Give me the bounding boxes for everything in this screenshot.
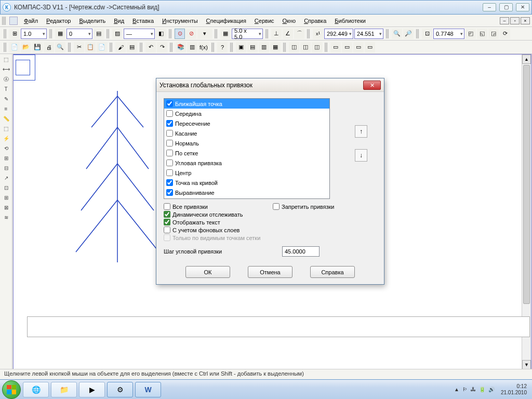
menu-Справка[interactable]: Справка [300, 17, 330, 25]
snap-item[interactable]: Ближайшая точка [164, 99, 329, 109]
snap-item[interactable]: По сетке [164, 148, 329, 158]
t2-e[interactable]: ◫ [289, 42, 299, 52]
coord-x-icon[interactable]: x¹ [313, 29, 323, 39]
move-up-button[interactable]: ↑ [355, 125, 367, 138]
new-icon[interactable]: 📄 [9, 42, 20, 52]
lib-icon[interactable]: 📚 [176, 42, 186, 52]
menu-Вставка[interactable]: Вставка [128, 17, 158, 25]
snap-item[interactable]: Точка на кривой [164, 178, 329, 188]
menu-Инструменты[interactable]: Инструменты [158, 17, 202, 25]
snap-item[interactable]: Угловая привязка [164, 158, 329, 168]
tool-z4[interactable]: ⟳ [500, 29, 510, 39]
snap-item[interactable]: Касание [164, 128, 329, 138]
t2-d[interactable]: ▦ [270, 42, 281, 52]
edit-icon[interactable]: ✎ [1, 95, 11, 104]
zoom-combo[interactable]: 0.7748 [433, 29, 464, 39]
layer-combo[interactable]: 0 [66, 29, 92, 39]
scroll-down-icon[interactable]: ▼ [522, 360, 531, 369]
t2-a[interactable]: ▣ [236, 42, 246, 52]
mdi-minimize[interactable]: – [500, 17, 509, 24]
scroll-thumb[interactable] [523, 65, 530, 304]
hatch-icon[interactable]: ▨ [112, 29, 123, 39]
zoom-fit-icon[interactable]: ⊡ [422, 29, 432, 39]
snap-drop-icon[interactable]: ▾ [197, 29, 212, 39]
snap-item[interactable]: Середина [164, 109, 329, 118]
ok-button[interactable]: ОК [185, 266, 230, 278]
clock[interactable]: 0:12 21.01.2010 [498, 383, 530, 396]
snap-item[interactable]: Нормаль [164, 138, 329, 148]
assoc-icon[interactable]: ⟲ [1, 144, 11, 153]
task-word[interactable]: W [135, 382, 161, 397]
paste-icon[interactable]: 📄 [97, 42, 107, 52]
s16[interactable]: ⊠ [1, 203, 11, 212]
open-icon[interactable]: 📂 [21, 42, 31, 52]
dim-icon[interactable]: ⟷ [1, 65, 11, 74]
opt-bglayers[interactable]: С учетом фоновых слоев [164, 227, 268, 233]
meas-icon[interactable]: 📏 [1, 114, 11, 124]
scroll-up-icon[interactable]: ▲ [522, 55, 531, 64]
task-kompas[interactable]: ⚙ [107, 382, 133, 397]
sym-icon[interactable]: Ⓐ [1, 75, 11, 84]
help-button[interactable]: Справка [310, 266, 355, 278]
menu-Спецификация[interactable]: Спецификация [202, 17, 250, 25]
snap-magnet-on-icon[interactable]: ⊙ [175, 29, 185, 39]
round-icon[interactable]: ⌒ [294, 29, 304, 39]
s15[interactable]: ⊞ [1, 193, 11, 203]
zoom-out-icon[interactable]: 🔎 [403, 29, 414, 39]
ortho-icon[interactable]: ⊥ [271, 29, 282, 39]
mdi-restore[interactable]: ▫ [510, 17, 520, 24]
zoom-in-icon[interactable]: 🔍 [392, 29, 402, 39]
txt-icon[interactable]: T [1, 85, 11, 94]
opt-all[interactable]: Все привязки [164, 203, 268, 210]
snap-magnet-icon[interactable]: ⊘ [186, 29, 196, 39]
t2-i[interactable]: ▭ [342, 42, 352, 52]
print-icon[interactable]: 🖨 [44, 42, 54, 52]
geom-icon[interactable]: ⬚ [1, 55, 11, 64]
s12[interactable]: ⊟ [1, 164, 11, 173]
props-icon[interactable]: ▤ [127, 42, 137, 52]
s11[interactable]: ⊞ [1, 154, 11, 163]
tray-flag-icon[interactable]: ▲ [454, 387, 459, 392]
t2-k[interactable]: ▭ [365, 42, 375, 52]
snap-item[interactable]: Центр [164, 168, 329, 178]
snap-item[interactable]: Выравнивание [164, 188, 329, 197]
restore-button[interactable]: ▢ [499, 3, 513, 11]
tool-z2[interactable]: ◱ [477, 29, 487, 39]
task-explorer[interactable]: 📁 [51, 382, 77, 397]
menu-Выделить[interactable]: Выделить [75, 17, 110, 25]
spec-icon[interactable]: ⚡ [1, 134, 11, 143]
system-tray[interactable]: ▲ 🏳 🖧 🔋 🔊 0:12 21.01.2010 [454, 383, 530, 396]
hatch-combo[interactable]: — [124, 29, 155, 39]
save-icon[interactable]: 💾 [32, 42, 43, 52]
paint-icon[interactable]: 🖌 [115, 42, 126, 52]
dialog-close-button[interactable]: ✕ [363, 81, 381, 90]
tray-flag2-icon[interactable]: 🏳 [462, 387, 468, 392]
help-icon[interactable]: ? [217, 42, 228, 52]
cancel-button[interactable]: Отмена [248, 266, 292, 278]
t2-c[interactable]: ▥ [259, 42, 269, 52]
close-button[interactable]: ✕ [516, 3, 529, 11]
menu-Файл[interactable]: Файл [20, 17, 42, 25]
copy-icon[interactable]: 📋 [85, 42, 96, 52]
doc-mgr-icon[interactable]: ▥ [187, 42, 197, 52]
t2-b[interactable]: ▤ [247, 42, 258, 52]
undo-icon[interactable]: ↶ [145, 42, 156, 52]
param-icon[interactable]: ≡ [1, 104, 11, 114]
snap-listbox[interactable]: Ближайшая точкаСерединаПересечениеКасани… [164, 98, 330, 199]
menu-Окно[interactable]: Окно [278, 17, 300, 25]
s13[interactable]: ↗ [1, 174, 11, 183]
coord-y[interactable]: 24.551 [354, 29, 383, 39]
cut-icon[interactable]: ✂ [74, 42, 84, 52]
tool-z1[interactable]: ◰ [466, 29, 476, 39]
coord-x[interactable]: 292.449 [324, 29, 353, 39]
menu-Вид[interactable]: Вид [110, 17, 128, 25]
menu-Сервис[interactable]: Сервис [250, 17, 278, 25]
dialog-titlebar[interactable]: Установка глобальных привязок ✕ [156, 78, 384, 92]
move-down-button[interactable]: ↓ [355, 149, 367, 162]
step-input[interactable] [282, 246, 320, 257]
opt-showtext[interactable]: Отображать текст [164, 219, 268, 225]
tray-vol-icon[interactable]: 🔊 [488, 387, 495, 392]
layout-icon[interactable]: ⊞ [9, 29, 20, 39]
t2-g[interactable]: ◫ [312, 42, 322, 52]
t2-h[interactable]: ▭ [330, 42, 341, 52]
